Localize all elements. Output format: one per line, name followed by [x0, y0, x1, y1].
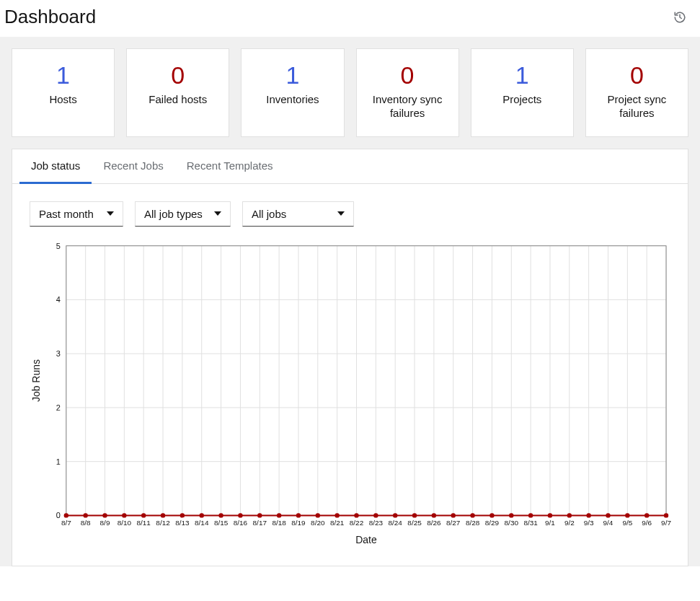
chart-point[interactable] — [373, 513, 378, 517]
svg-text:8/19: 8/19 — [291, 519, 306, 527]
tab-recent-jobs[interactable]: Recent Jobs — [92, 149, 174, 184]
svg-text:8/21: 8/21 — [330, 519, 345, 527]
card-value: 1 — [247, 62, 337, 89]
chart-x-label: Date — [355, 534, 377, 545]
svg-text:8/13: 8/13 — [175, 519, 190, 527]
card-value: 0 — [133, 62, 223, 89]
filter-jobs-label: All jobs — [252, 208, 286, 220]
chart-point[interactable] — [451, 513, 456, 517]
svg-text:9/3: 9/3 — [584, 519, 594, 527]
chart-point[interactable] — [567, 513, 572, 517]
svg-text:9/6: 9/6 — [642, 519, 652, 527]
svg-text:4: 4 — [56, 295, 61, 304]
history-icon[interactable] — [671, 9, 688, 26]
chart-point[interactable] — [200, 513, 204, 517]
card-label: Hosts — [18, 93, 108, 107]
chart-point[interactable] — [606, 513, 610, 517]
chart-point[interactable] — [122, 513, 126, 517]
svg-text:1: 1 — [56, 457, 61, 466]
tab-container: Job status Recent Jobs Recent Templates … — [12, 149, 688, 566]
chart-point[interactable] — [296, 513, 301, 517]
chart-point[interactable] — [586, 513, 590, 517]
chart-point[interactable] — [528, 513, 533, 517]
filter-job-type[interactable]: All job types — [135, 201, 231, 227]
tab-job-status[interactable]: Job status — [19, 149, 92, 184]
svg-text:8/18: 8/18 — [272, 519, 286, 527]
svg-text:8/7: 8/7 — [61, 519, 71, 527]
filter-period[interactable]: Past month — [30, 201, 123, 227]
chart-point[interactable] — [489, 513, 494, 517]
card-value: 1 — [18, 62, 108, 89]
svg-text:9/4: 9/4 — [603, 519, 613, 527]
chart-point[interactable] — [316, 513, 320, 517]
card-value: 1 — [477, 62, 567, 89]
card-label: Inventories — [247, 93, 337, 107]
chart-point[interactable] — [393, 513, 397, 517]
chart-point[interactable] — [335, 513, 339, 517]
svg-text:8/11: 8/11 — [137, 519, 151, 527]
svg-text:8/27: 8/27 — [446, 519, 461, 527]
svg-text:8/14: 8/14 — [195, 519, 209, 527]
chart-point[interactable] — [161, 513, 165, 517]
svg-text:8/26: 8/26 — [427, 519, 441, 527]
chart-point[interactable] — [102, 513, 107, 517]
svg-text:8/30: 8/30 — [505, 519, 519, 527]
chart-y-label: Job Runs — [30, 359, 42, 402]
svg-text:8/29: 8/29 — [485, 519, 500, 527]
filter-job-type-label: All job types — [144, 208, 203, 220]
card-inventory-sync-failures[interactable]: 0 Inventory sync failures — [356, 48, 459, 137]
page-title: Dashboard — [4, 6, 96, 28]
svg-rect-76 — [66, 246, 666, 516]
card-project-sync-failures[interactable]: 0 Project sync failures — [585, 48, 688, 137]
chart-point[interactable] — [83, 513, 87, 517]
svg-text:9/1: 9/1 — [545, 519, 555, 527]
chart-point[interactable] — [180, 513, 185, 517]
svg-text:9/7: 9/7 — [661, 519, 671, 527]
filter-period-label: Past month — [39, 208, 94, 220]
card-hosts[interactable]: 1 Hosts — [12, 48, 115, 137]
svg-text:2: 2 — [56, 403, 61, 412]
card-label: Projects — [477, 93, 567, 107]
caret-down-icon — [337, 211, 345, 216]
caret-down-icon — [107, 211, 114, 216]
svg-text:0: 0 — [56, 511, 61, 519]
svg-text:8/17: 8/17 — [253, 519, 267, 527]
svg-text:8/12: 8/12 — [156, 519, 170, 527]
caret-down-icon — [214, 211, 221, 216]
svg-text:8/28: 8/28 — [466, 519, 480, 527]
filter-jobs[interactable]: All jobs — [242, 201, 354, 227]
chart-point[interactable] — [432, 513, 436, 517]
svg-text:9/5: 9/5 — [622, 519, 632, 527]
svg-text:8/9: 8/9 — [100, 519, 110, 527]
chart-point[interactable] — [218, 513, 223, 517]
svg-text:8/8: 8/8 — [81, 519, 91, 527]
chart-point[interactable] — [277, 513, 281, 517]
svg-text:3: 3 — [56, 349, 61, 358]
chart-point[interactable] — [257, 513, 262, 517]
card-value: 0 — [363, 62, 453, 89]
tab-recent-templates[interactable]: Recent Templates — [175, 149, 285, 184]
card-failed-hosts[interactable]: 0 Failed hosts — [126, 48, 229, 137]
chart-point[interactable] — [64, 513, 68, 517]
dashboard-panel: 1 Hosts 0 Failed hosts 1 Inventories 0 I… — [0, 37, 700, 566]
chart-point[interactable] — [141, 513, 146, 517]
svg-text:8/24: 8/24 — [389, 519, 403, 527]
chart-point[interactable] — [664, 513, 668, 517]
chart-point[interactable] — [625, 513, 629, 517]
chart-point[interactable] — [470, 513, 474, 517]
chart-point[interactable] — [238, 513, 242, 517]
svg-text:8/10: 8/10 — [118, 519, 132, 527]
chart-point[interactable] — [354, 513, 358, 517]
card-inventories[interactable]: 1 Inventories — [241, 48, 344, 137]
svg-text:8/20: 8/20 — [311, 519, 325, 527]
chart-point[interactable] — [644, 513, 649, 517]
card-projects[interactable]: 1 Projects — [471, 48, 574, 137]
chart-point[interactable] — [509, 513, 513, 517]
svg-text:8/31: 8/31 — [523, 519, 538, 527]
svg-text:5: 5 — [56, 242, 61, 250]
svg-text:8/22: 8/22 — [350, 519, 364, 527]
chart-point[interactable] — [412, 513, 417, 517]
svg-text:8/16: 8/16 — [234, 519, 248, 527]
chart-point[interactable] — [548, 513, 552, 517]
card-label: Project sync failures — [592, 93, 682, 120]
